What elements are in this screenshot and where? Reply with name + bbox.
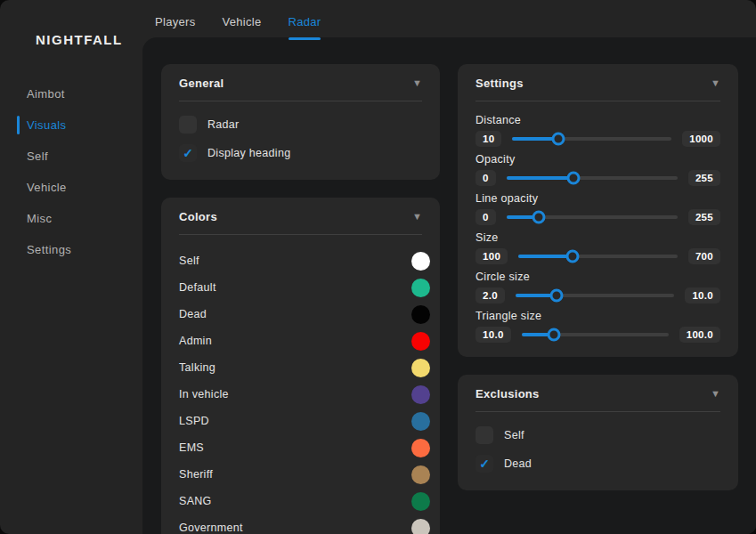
- checkbox-row[interactable]: Radar: [179, 116, 422, 134]
- exclusions-card-header: Exclusions: [458, 375, 738, 411]
- right-column: Settings Distance 10 1000 Opacity 0 255: [458, 64, 738, 534]
- slider-knob[interactable]: [566, 172, 580, 185]
- slider-track[interactable]: [518, 255, 678, 258]
- slider-label: Triangle size: [476, 310, 720, 323]
- slider-fill: [518, 255, 573, 258]
- slider-label: Distance: [476, 114, 720, 127]
- slider-knob[interactable]: [532, 211, 546, 224]
- slider-max-value: 100.0: [679, 327, 720, 343]
- color-label: Government: [179, 522, 243, 534]
- slider-row: 2.0 10.0: [476, 286, 720, 305]
- tab-label: Radar: [288, 15, 321, 28]
- slider-group: Opacity 0 255: [476, 153, 720, 188]
- color-row: SANG: [179, 488, 430, 514]
- left-column: General Radar Display heading Colors: [161, 64, 440, 534]
- checkbox-row[interactable]: Self: [476, 426, 720, 444]
- slider-label: Opacity: [476, 153, 720, 166]
- check-icon: [479, 457, 490, 470]
- content-columns: General Radar Display heading Colors: [161, 64, 738, 534]
- color-swatch[interactable]: [411, 439, 430, 457]
- brand-logo: NIGHTFALL: [36, 32, 123, 47]
- active-indicator-bar: [17, 116, 20, 134]
- color-label: EMS: [179, 441, 204, 454]
- checkbox-label: Dead: [504, 457, 532, 470]
- checkbox-row[interactable]: Dead: [476, 455, 720, 473]
- color-swatch[interactable]: [411, 252, 430, 271]
- sidebar-item[interactable]: Self: [0, 141, 142, 172]
- sidebar-item[interactable]: Aimbot: [0, 78, 142, 109]
- slider-row: 10.0 100.0: [476, 325, 720, 344]
- sidebar-item-label: Self: [27, 150, 48, 163]
- tab[interactable]: Radar: [288, 0, 321, 41]
- slider-min-value: 0: [476, 170, 496, 186]
- color-label: Talking: [179, 361, 215, 374]
- slider-row: 10 1000: [476, 129, 720, 149]
- slider-min-value: 0: [476, 209, 496, 225]
- sidebar-item[interactable]: Misc: [0, 203, 142, 234]
- collapse-arrow-icon[interactable]: [711, 388, 720, 400]
- color-label: Sheriff: [179, 468, 213, 481]
- color-swatch[interactable]: [411, 465, 430, 484]
- collapse-arrow-icon[interactable]: [412, 77, 422, 89]
- slider-group: Distance 10 1000: [476, 114, 720, 149]
- slider-label: Line opacity: [476, 192, 720, 206]
- slider-min-value: 100: [476, 248, 508, 264]
- collapse-arrow-icon[interactable]: [711, 77, 720, 89]
- color-swatch[interactable]: [411, 332, 430, 351]
- colors-list: Self Default Dead Admin Talking In vehic…: [161, 235, 440, 534]
- colors-card-title: Colors: [179, 210, 217, 223]
- color-label: LSPD: [179, 415, 209, 427]
- sidebar-nav: Aimbot Visuals Self Vehicle Misc Setting…: [0, 78, 142, 265]
- slider-knob[interactable]: [547, 328, 560, 342]
- slider-knob[interactable]: [552, 133, 565, 146]
- slider-knob[interactable]: [550, 289, 564, 303]
- slider-group: Circle size 2.0 10.0: [476, 271, 720, 305]
- sidebar-item[interactable]: Settings: [0, 234, 142, 265]
- checkbox[interactable]: [476, 455, 493, 473]
- sidebar-item[interactable]: Visuals: [0, 109, 142, 141]
- collapse-arrow-icon[interactable]: [412, 211, 422, 222]
- slider-track[interactable]: [516, 294, 675, 297]
- color-swatch[interactable]: [411, 492, 430, 511]
- checkbox-row[interactable]: Display heading: [179, 144, 422, 162]
- general-checkbox-list: Radar Display heading: [161, 101, 440, 180]
- main-content: General Radar Display heading Colors: [142, 37, 756, 534]
- slider-knob[interactable]: [565, 250, 579, 263]
- check-icon: [183, 147, 193, 159]
- color-label: In vehicle: [179, 388, 229, 400]
- slider-group: Triangle size 10.0 100.0: [476, 310, 720, 344]
- checkbox[interactable]: [179, 116, 197, 134]
- checkbox[interactable]: [476, 426, 493, 444]
- tab-label: Players: [155, 15, 195, 28]
- slider-min-value: 10: [476, 131, 501, 147]
- checkbox[interactable]: [179, 144, 197, 162]
- slider-track[interactable]: [507, 215, 678, 219]
- colors-card: Colors Self Default Dead Admin Talking I…: [161, 198, 440, 534]
- checkbox-label: Display heading: [207, 147, 290, 159]
- exclusions-card: Exclusions Self Dead: [458, 375, 738, 490]
- slider-track[interactable]: [512, 137, 671, 141]
- color-swatch[interactable]: [411, 412, 430, 431]
- color-label: Self: [179, 255, 199, 267]
- color-swatch[interactable]: [411, 305, 430, 324]
- color-swatch[interactable]: [411, 359, 430, 377]
- color-swatch[interactable]: [411, 519, 430, 534]
- settings-card: Settings Distance 10 1000 Opacity 0 255: [458, 64, 738, 357]
- sidebar-item-label: Visuals: [27, 118, 66, 132]
- slider-max-value: 10.0: [685, 287, 720, 303]
- general-card-header: General: [161, 64, 440, 101]
- settings-card-header: Settings: [458, 64, 738, 101]
- color-swatch[interactable]: [411, 385, 430, 404]
- tab-bar: Players Vehicle Radar: [142, 0, 347, 41]
- tab[interactable]: Vehicle: [222, 0, 261, 41]
- slider-track[interactable]: [522, 333, 669, 336]
- color-row: Admin: [179, 328, 430, 354]
- tab[interactable]: Players: [155, 0, 195, 41]
- color-row: Government: [179, 514, 430, 534]
- color-row: EMS: [179, 434, 430, 461]
- sidebar-item[interactable]: Vehicle: [0, 172, 142, 203]
- slider-group: Line opacity 0 255: [476, 192, 720, 227]
- slider-track[interactable]: [507, 176, 678, 180]
- sidebar-item-label: Vehicle: [27, 181, 67, 194]
- color-swatch[interactable]: [411, 279, 430, 297]
